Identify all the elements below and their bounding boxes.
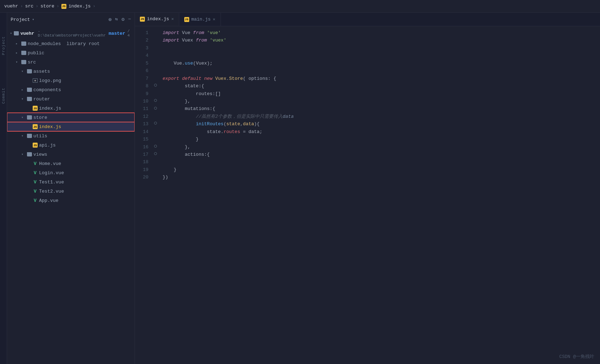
- token: [204, 29, 207, 37]
- gutter-dot-17: [154, 152, 157, 155]
- src-label: src: [28, 60, 36, 65]
- token: mutations:{: [163, 105, 215, 112]
- tree-node-modules[interactable]: node_modules library root: [7, 39, 135, 48]
- tab-close-main[interactable]: ✕: [213, 17, 215, 22]
- tree-login-vue[interactable]: V Login.vue: [7, 168, 135, 177]
- tab-store-label: index.js: [147, 16, 169, 22]
- code-line-17: actions:{: [163, 151, 600, 158]
- tree-test2-vue[interactable]: V Test2.vue: [7, 187, 135, 196]
- code-line-18: [163, 158, 600, 166]
- app-label: App.vue: [39, 198, 59, 203]
- tree-app-vue[interactable]: V App.vue: [7, 196, 135, 205]
- token: }: [163, 136, 198, 143]
- tree-public[interactable]: public: [7, 48, 135, 57]
- tab-close-store[interactable]: ✕: [171, 16, 174, 22]
- breadcrumb-file[interactable]: index.js: [69, 4, 91, 9]
- test1-label: Test1.vue: [39, 180, 64, 185]
- code-line-11: mutations:{: [163, 105, 600, 112]
- js-icon-api: JS: [33, 143, 38, 148]
- token: import: [163, 29, 179, 37]
- token: [212, 75, 215, 82]
- vue-icon-home: V: [33, 161, 38, 166]
- line-numbers: 1 2 3 4 5 6 7 8 9 10 11 12 13 14 15 16 1…: [135, 29, 153, 364]
- token: Vuex: [179, 37, 196, 44]
- tree-store[interactable]: store: [7, 113, 135, 122]
- gutter-dot-10: [154, 99, 157, 102]
- code-editor[interactable]: 1 2 3 4 5 6 7 8 9 10 11 12 13 14 15 16 1…: [135, 26, 600, 364]
- token: initRoutes: [196, 120, 224, 128]
- utils-chevron: [21, 134, 26, 138]
- views-chevron: [21, 152, 26, 156]
- code-line-1: import Vue from 'vue': [163, 29, 600, 37]
- token: (Vuex);: [193, 60, 213, 67]
- code-line-5: Vue. use (Vuex);: [163, 60, 600, 67]
- tree-root[interactable]: vuehr - D:\Data\WebstormProject\vuehr ma…: [7, 28, 135, 39]
- tree-store-index[interactable]: JS index.js: [7, 122, 135, 131]
- folder-icon-components: [27, 88, 32, 92]
- store-label: store: [33, 115, 47, 120]
- tree-components[interactable]: components: [7, 85, 135, 94]
- file-tree: vuehr - D:\Data\WebstormProject\vuehr ma…: [7, 26, 135, 364]
- token: from: [196, 37, 207, 44]
- tree-api[interactable]: JS api.js: [7, 140, 135, 150]
- sidebar-title-area: Project ▾: [11, 17, 34, 22]
- token: Vue: [179, 29, 193, 37]
- api-label: api.js: [39, 143, 56, 148]
- main-layout: Project Commit Project ▾ ⊕ ⇆ ⚙ − vuehr -…: [0, 13, 600, 364]
- split-icon[interactable]: ⇆: [115, 16, 118, 23]
- token: Store: [229, 75, 243, 82]
- token: [201, 75, 204, 82]
- gutter-dot-11: [154, 107, 157, 110]
- locate-icon[interactable]: ⊕: [108, 16, 111, 23]
- tree-router-index[interactable]: JS index.js: [7, 104, 135, 113]
- folder-icon-root: [14, 31, 19, 35]
- breadcrumb-src[interactable]: src: [25, 4, 33, 9]
- tree-assets[interactable]: assets: [7, 67, 135, 76]
- tab-store-index[interactable]: JS index.js ✕: [135, 13, 179, 26]
- sidebar-toolbar: ⊕ ⇆ ⚙ −: [108, 16, 131, 23]
- store-chevron: [21, 115, 26, 120]
- vue-icon-test2: V: [33, 189, 38, 194]
- token: state:{: [163, 82, 204, 90]
- tree-router[interactable]: router: [7, 94, 135, 104]
- code-line-20: }): [163, 173, 600, 181]
- tab-bar: JS index.js ✕ JS main.js ✕: [135, 13, 600, 26]
- activity-bar: Project Commit: [0, 13, 7, 364]
- token: import: [163, 37, 179, 44]
- tree-logo[interactable]: ▣ logo.png: [7, 76, 135, 85]
- token: routes: [224, 128, 240, 136]
- code-content[interactable]: import Vue from 'vue' import Vuex from '…: [160, 29, 600, 364]
- breadcrumb-vuehr[interactable]: vuehr: [4, 4, 18, 9]
- root-chevron: [10, 31, 12, 35]
- folder-icon-store: [27, 115, 32, 120]
- code-line-19: }: [163, 166, 600, 173]
- editor-area: JS index.js ✕ JS main.js ✕ 1 2 3 4 5 6 7…: [135, 13, 600, 364]
- sidebar-title: Project: [11, 17, 30, 22]
- settings-icon[interactable]: ⚙: [121, 16, 124, 23]
- token: ){: [254, 120, 260, 128]
- gutter-dot-8: [154, 84, 157, 87]
- minimize-icon[interactable]: −: [128, 16, 131, 23]
- token: }: [163, 166, 176, 173]
- folder-icon-assets: [27, 69, 32, 73]
- tree-views[interactable]: views: [7, 150, 135, 159]
- token: export: [163, 75, 179, 82]
- tab-main-label: main.js: [191, 17, 211, 22]
- token: }): [163, 173, 168, 181]
- folder-icon-node-modules: [21, 42, 26, 46]
- utils-label: utils: [33, 133, 47, 139]
- token: Vue.: [163, 60, 185, 67]
- tree-home-vue[interactable]: V Home.vue: [7, 159, 135, 168]
- tree-utils[interactable]: utils: [7, 131, 135, 140]
- tree-test1-vue[interactable]: V Test1.vue: [7, 177, 135, 187]
- folder-icon-src: [21, 60, 26, 64]
- dropdown-arrow-icon[interactable]: ▾: [32, 17, 34, 22]
- tab-main-js[interactable]: JS main.js ✕: [179, 13, 221, 26]
- breadcrumb-store[interactable]: store: [40, 4, 54, 9]
- token: routes:[]: [163, 90, 221, 98]
- token: 'vuex': [210, 37, 227, 44]
- token: data: [243, 120, 254, 128]
- code-line-7: export default new Vuex . Store ( option…: [163, 75, 600, 82]
- tree-src[interactable]: src: [7, 57, 135, 67]
- token: },: [163, 98, 190, 105]
